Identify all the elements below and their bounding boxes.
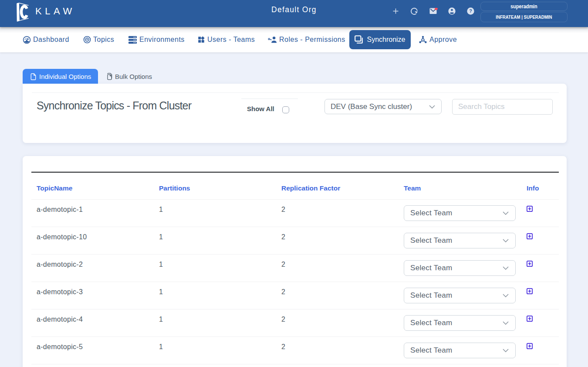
svg-text:?: ? (469, 8, 472, 14)
